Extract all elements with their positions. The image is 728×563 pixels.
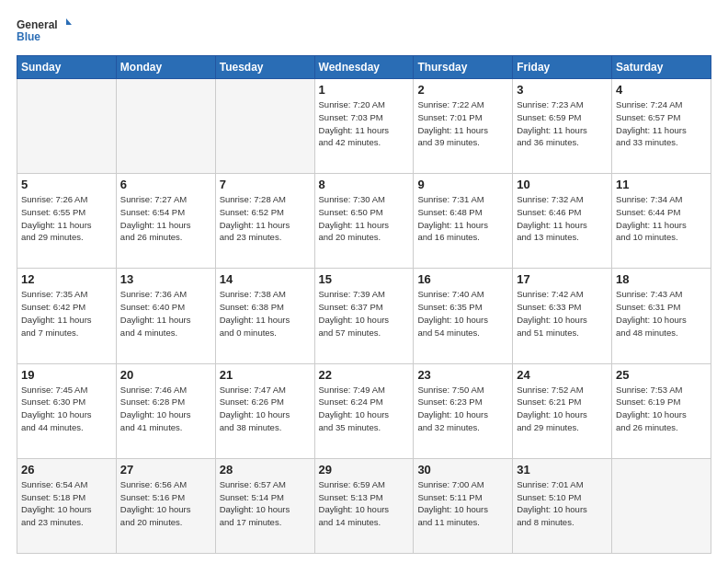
day-header-wednesday: Wednesday	[314, 56, 414, 79]
day-number: 3	[517, 83, 608, 97]
day-number: 2	[417, 83, 508, 97]
day-number: 29	[319, 463, 410, 477]
day-info: Sunrise: 7:23 AM Sunset: 6:59 PM Dayligh…	[517, 98, 608, 149]
day-info: Sunrise: 7:27 AM Sunset: 6:54 PM Dayligh…	[120, 193, 211, 244]
calendar-week-row: 1Sunrise: 7:20 AM Sunset: 7:03 PM Daylig…	[17, 79, 711, 174]
calendar-cell: 31Sunrise: 7:01 AM Sunset: 5:10 PM Dayli…	[513, 458, 612, 553]
calendar-table: SundayMondayTuesdayWednesdayThursdayFrid…	[17, 55, 711, 554]
day-info: Sunrise: 7:52 AM Sunset: 6:21 PM Dayligh…	[517, 384, 608, 434]
day-number: 16	[417, 272, 508, 286]
day-number: 5	[21, 178, 112, 191]
logo-svg: General Blue	[17, 17, 72, 46]
day-info: Sunrise: 7:47 AM Sunset: 6:26 PM Dayligh…	[220, 384, 311, 434]
day-number: 1	[319, 83, 410, 97]
calendar-cell	[215, 79, 314, 174]
logo: General Blue	[17, 17, 72, 46]
calendar-cell: 8Sunrise: 7:30 AM Sunset: 6:50 PM Daylig…	[314, 174, 414, 269]
day-number: 30	[417, 463, 508, 477]
calendar-cell: 22Sunrise: 7:49 AM Sunset: 6:24 PM Dayli…	[314, 363, 414, 458]
day-number: 7	[220, 178, 311, 191]
calendar-week-row: 26Sunrise: 6:54 AM Sunset: 5:18 PM Dayli…	[17, 458, 711, 553]
day-number: 22	[319, 368, 410, 382]
day-info: Sunrise: 7:26 AM Sunset: 6:55 PM Dayligh…	[21, 193, 112, 244]
day-number: 9	[417, 178, 508, 191]
day-info: Sunrise: 6:56 AM Sunset: 5:16 PM Dayligh…	[120, 478, 211, 529]
day-info: Sunrise: 7:35 AM Sunset: 6:42 PM Dayligh…	[21, 288, 112, 339]
calendar-cell: 9Sunrise: 7:31 AM Sunset: 6:48 PM Daylig…	[414, 174, 513, 269]
svg-marker-2	[66, 18, 72, 25]
day-number: 6	[120, 178, 211, 191]
day-number: 15	[319, 272, 410, 286]
calendar-cell: 7Sunrise: 7:28 AM Sunset: 6:52 PM Daylig…	[215, 174, 314, 269]
calendar-cell: 5Sunrise: 7:26 AM Sunset: 6:55 PM Daylig…	[17, 174, 117, 269]
day-info: Sunrise: 7:00 AM Sunset: 5:11 PM Dayligh…	[417, 478, 508, 529]
day-number: 11	[616, 178, 707, 191]
day-info: Sunrise: 7:01 AM Sunset: 5:10 PM Dayligh…	[517, 478, 608, 529]
calendar-cell: 10Sunrise: 7:32 AM Sunset: 6:46 PM Dayli…	[513, 174, 612, 269]
day-info: Sunrise: 7:22 AM Sunset: 7:01 PM Dayligh…	[417, 98, 508, 149]
day-number: 8	[319, 178, 410, 191]
calendar-cell: 29Sunrise: 6:59 AM Sunset: 5:13 PM Dayli…	[314, 458, 414, 553]
day-info: Sunrise: 6:54 AM Sunset: 5:18 PM Dayligh…	[21, 478, 112, 529]
day-info: Sunrise: 7:34 AM Sunset: 6:44 PM Dayligh…	[616, 193, 707, 244]
day-number: 31	[517, 463, 608, 477]
calendar-cell: 2Sunrise: 7:22 AM Sunset: 7:01 PM Daylig…	[414, 79, 513, 174]
day-header-sunday: Sunday	[17, 56, 117, 79]
calendar-cell: 26Sunrise: 6:54 AM Sunset: 5:18 PM Dayli…	[17, 458, 117, 553]
day-info: Sunrise: 7:28 AM Sunset: 6:52 PM Dayligh…	[220, 193, 311, 244]
day-info: Sunrise: 7:24 AM Sunset: 6:57 PM Dayligh…	[616, 98, 707, 149]
calendar-header-row: SundayMondayTuesdayWednesdayThursdayFrid…	[17, 56, 711, 79]
calendar-cell: 19Sunrise: 7:45 AM Sunset: 6:30 PM Dayli…	[17, 363, 117, 458]
day-info: Sunrise: 6:59 AM Sunset: 5:13 PM Dayligh…	[319, 478, 410, 529]
day-info: Sunrise: 7:49 AM Sunset: 6:24 PM Dayligh…	[319, 384, 410, 434]
day-number: 28	[220, 463, 311, 477]
day-info: Sunrise: 7:53 AM Sunset: 6:19 PM Dayligh…	[616, 384, 707, 434]
calendar-cell: 6Sunrise: 7:27 AM Sunset: 6:54 PM Daylig…	[116, 174, 215, 269]
calendar-cell: 14Sunrise: 7:38 AM Sunset: 6:38 PM Dayli…	[215, 269, 314, 363]
day-number: 24	[517, 368, 608, 382]
day-number: 13	[120, 272, 211, 286]
calendar-week-row: 12Sunrise: 7:35 AM Sunset: 6:42 PM Dayli…	[17, 269, 711, 363]
calendar-cell	[17, 79, 117, 174]
calendar-cell	[116, 79, 215, 174]
day-info: Sunrise: 7:31 AM Sunset: 6:48 PM Dayligh…	[417, 193, 508, 244]
day-number: 20	[120, 368, 211, 382]
day-number: 12	[21, 272, 112, 286]
calendar-cell	[612, 458, 711, 553]
calendar-cell: 20Sunrise: 7:46 AM Sunset: 6:28 PM Dayli…	[116, 363, 215, 458]
day-number: 18	[616, 272, 707, 286]
day-info: Sunrise: 7:32 AM Sunset: 6:46 PM Dayligh…	[517, 193, 608, 244]
calendar-week-row: 19Sunrise: 7:45 AM Sunset: 6:30 PM Dayli…	[17, 363, 711, 458]
header: General Blue	[17, 17, 711, 46]
day-info: Sunrise: 7:38 AM Sunset: 6:38 PM Dayligh…	[220, 288, 311, 339]
day-info: Sunrise: 6:57 AM Sunset: 5:14 PM Dayligh…	[220, 478, 311, 529]
day-number: 17	[517, 272, 608, 286]
calendar-cell: 16Sunrise: 7:40 AM Sunset: 6:35 PM Dayli…	[414, 269, 513, 363]
calendar-cell: 27Sunrise: 6:56 AM Sunset: 5:16 PM Dayli…	[116, 458, 215, 553]
day-number: 23	[417, 368, 508, 382]
page: General Blue SundayMondayTuesdayWednesda…	[0, 0, 728, 563]
day-info: Sunrise: 7:39 AM Sunset: 6:37 PM Dayligh…	[319, 288, 410, 339]
calendar-cell: 4Sunrise: 7:24 AM Sunset: 6:57 PM Daylig…	[612, 79, 711, 174]
calendar-cell: 17Sunrise: 7:42 AM Sunset: 6:33 PM Dayli…	[513, 269, 612, 363]
day-info: Sunrise: 7:46 AM Sunset: 6:28 PM Dayligh…	[120, 384, 211, 434]
calendar-cell: 11Sunrise: 7:34 AM Sunset: 6:44 PM Dayli…	[612, 174, 711, 269]
day-header-friday: Friday	[513, 56, 612, 79]
calendar-cell: 13Sunrise: 7:36 AM Sunset: 6:40 PM Dayli…	[116, 269, 215, 363]
calendar-cell: 12Sunrise: 7:35 AM Sunset: 6:42 PM Dayli…	[17, 269, 117, 363]
svg-text:General: General	[17, 18, 58, 31]
calendar-week-row: 5Sunrise: 7:26 AM Sunset: 6:55 PM Daylig…	[17, 174, 711, 269]
day-number: 14	[220, 272, 311, 286]
day-info: Sunrise: 7:30 AM Sunset: 6:50 PM Dayligh…	[319, 193, 410, 244]
day-number: 26	[21, 463, 112, 477]
day-info: Sunrise: 7:45 AM Sunset: 6:30 PM Dayligh…	[21, 384, 112, 434]
day-info: Sunrise: 7:40 AM Sunset: 6:35 PM Dayligh…	[417, 288, 508, 339]
svg-text:Blue: Blue	[17, 30, 40, 43]
day-header-monday: Monday	[116, 56, 215, 79]
day-number: 21	[220, 368, 311, 382]
day-number: 10	[517, 178, 608, 191]
day-number: 25	[616, 368, 707, 382]
calendar-cell: 24Sunrise: 7:52 AM Sunset: 6:21 PM Dayli…	[513, 363, 612, 458]
calendar-cell: 3Sunrise: 7:23 AM Sunset: 6:59 PM Daylig…	[513, 79, 612, 174]
calendar-cell: 30Sunrise: 7:00 AM Sunset: 5:11 PM Dayli…	[414, 458, 513, 553]
